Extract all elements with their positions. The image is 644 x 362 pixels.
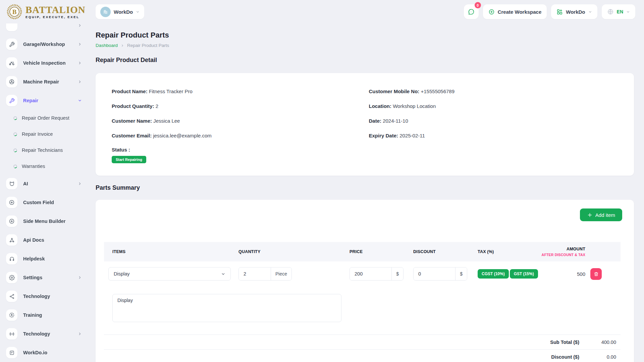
sidebar-item-label: Helpdesk	[23, 256, 45, 261]
table-header-row: ITEMS QUANTITY PRICE DISCOUNT TAX (%) AM…	[104, 242, 621, 261]
discount-input[interactable]	[414, 267, 455, 280]
sidebar-item-repair-technicians[interactable]: Repair Technicians	[6, 142, 85, 158]
sidebar-subitem-label: Repair Order Request	[22, 115, 69, 121]
field-value: +15555056789	[421, 88, 455, 94]
subtotal-label: Sub Total ($)	[550, 340, 579, 345]
hub-icon	[6, 291, 17, 302]
sidebar-item-vehicle-inspection[interactable]: Vehicle Inspection	[6, 54, 85, 72]
item-description-textarea[interactable]: Display	[112, 294, 341, 322]
brand-logo[interactable]: B BATTALION EQUIP, EXECUTE, EXEL	[0, 4, 91, 19]
sidebar-item-label: Machine Repair	[23, 79, 59, 84]
chevron-down-icon	[626, 10, 630, 14]
quantity-unit-label: Piece	[271, 267, 291, 280]
circle-plus-icon	[6, 197, 17, 208]
field-customer-email: Customer Email: jessica.lee@example.com	[112, 132, 365, 139]
language-code: EN	[617, 9, 623, 14]
column-header-items: ITEMS	[104, 249, 238, 254]
chevron-right-icon	[78, 182, 82, 186]
sidebar-item-training[interactable]: Training	[6, 306, 85, 324]
sidebar-item-garage-workshop[interactable]: Garage/Workshop	[6, 35, 85, 54]
field-label: Product Quantity:	[112, 103, 154, 109]
sidebar-item-settings[interactable]: Settings	[6, 268, 85, 287]
page-title: Repair Product Parts	[96, 31, 634, 40]
brand-name: BATTALION	[25, 5, 86, 15]
main-content: Repair Product Parts Dashboard Repair Pr…	[96, 23, 634, 362]
item-select[interactable]: Display	[108, 267, 231, 281]
sidebar-item-repair[interactable]: Repair	[6, 91, 85, 110]
field-label: Customer Mobile No:	[369, 88, 420, 94]
sidebar-item-label: Vehicle Inspection	[23, 60, 66, 66]
parts-summary-heading: Parts Summary	[96, 184, 634, 191]
sidebar-item-repair-invoice[interactable]: Repair Invoice	[6, 126, 85, 142]
sidebar-item-label: Side Menu Builder	[23, 219, 66, 224]
sidebar-item-label: Technology	[23, 294, 50, 299]
status-ring-icon	[13, 116, 17, 120]
sidebar-item-machine-repair[interactable]: Machine Repair	[6, 72, 85, 91]
sidebar-item-custom-field[interactable]: Custom Field	[6, 193, 85, 212]
messages-count-badge: 0	[475, 2, 481, 8]
create-workspace-button[interactable]: Create Workspace	[483, 4, 547, 19]
tax-badge-gst[interactable]: GST (15%)	[510, 269, 538, 279]
chat-bubble-icon	[468, 8, 475, 15]
target-person-icon	[6, 309, 17, 321]
sidebar-item-repair-order-request[interactable]: Repair Order Request	[6, 110, 85, 126]
field-customer-name: Customer Name: Jessica Lee	[112, 117, 365, 125]
sidebar: Garage/Workshop Vehicle Inspection Machi…	[6, 16, 85, 362]
price-input[interactable]	[350, 267, 391, 280]
parts-table: ITEMS QUANTITY PRICE DISCOUNT TAX (%) AM…	[104, 242, 621, 281]
subtotal-row: Sub Total ($) 400.00	[104, 335, 621, 349]
column-header-quantity: QUANTITY	[238, 249, 350, 254]
globe-icon	[607, 8, 614, 15]
totals-section: Sub Total ($) 400.00 Discount ($) 0.00	[104, 335, 621, 362]
breadcrumb-dashboard-link[interactable]: Dashboard	[96, 43, 118, 48]
field-label: Customer Email:	[112, 133, 152, 138]
fan-icon	[6, 76, 17, 87]
tax-badge-cgst[interactable]: CGST (10%)	[478, 269, 509, 279]
sidebar-item-label: AI	[23, 181, 28, 186]
sidebar-item-technology-2[interactable]: Technology	[6, 324, 85, 343]
sidebar-item-ai[interactable]: AI	[6, 174, 85, 193]
chevron-right-icon	[78, 80, 82, 84]
status-ring-icon	[13, 132, 17, 136]
trash-icon	[594, 272, 599, 277]
building-icon	[100, 7, 111, 17]
sidebar-item-workdo-io[interactable]: WorkDo.io	[6, 343, 85, 362]
field-value: Workshop Location	[393, 103, 436, 109]
language-selector[interactable]: EN	[602, 4, 635, 19]
circle-plus-icon	[488, 9, 495, 15]
price-currency-label: $	[391, 267, 403, 280]
field-value: Fitness Tracker Pro	[149, 88, 193, 94]
breadcrumb-current: Repair Product Parts	[127, 43, 169, 48]
workspace-menu-button[interactable]: WorkDo	[551, 4, 597, 19]
motorcycle-icon	[6, 57, 17, 69]
field-customer-mobile: Customer Mobile No: +15555056789	[369, 88, 618, 95]
cat-icon	[6, 178, 17, 189]
sidebar-item-side-menu-builder[interactable]: Side Menu Builder	[6, 212, 85, 231]
chevron-right-icon	[78, 23, 82, 27]
sidebar-item-technology[interactable]: Technology	[6, 287, 85, 306]
chevron-down-icon	[136, 10, 140, 14]
field-label: Expiry Date:	[369, 133, 398, 138]
chevron-down-icon	[588, 10, 592, 14]
sidebar-subitem-label: Warranties	[22, 164, 45, 169]
discount-total-value: 0.00	[579, 354, 616, 360]
headphones-icon	[6, 253, 17, 264]
sidebar-item-warranties[interactable]: Warranties	[6, 158, 85, 174]
discount-total-label: Discount ($)	[551, 354, 579, 360]
add-item-button[interactable]: Add item	[580, 208, 622, 221]
status-badge[interactable]: Start Repairing	[112, 156, 146, 163]
discount-currency-label: $	[455, 267, 467, 280]
laurel-emblem-icon: B	[7, 4, 22, 19]
grid-plus-icon	[556, 9, 563, 15]
column-header-tax: TAX (%)	[478, 249, 540, 254]
delete-row-button[interactable]	[590, 268, 602, 280]
workspace-name: WorkDo	[114, 9, 133, 15]
sidebar-item-api-docs[interactable]: Api Docs	[6, 231, 85, 249]
sidebar-item-label: Technology	[23, 331, 50, 337]
sidebar-item-helpdesk[interactable]: Helpdesk	[6, 249, 85, 268]
messages-button[interactable]: 0	[464, 4, 479, 19]
brand-monogram: B	[12, 8, 17, 15]
workspace-switcher[interactable]: WorkDo	[96, 4, 144, 19]
quantity-input[interactable]	[239, 267, 271, 280]
field-product-quantity: Product Quantity: 2	[112, 103, 365, 110]
